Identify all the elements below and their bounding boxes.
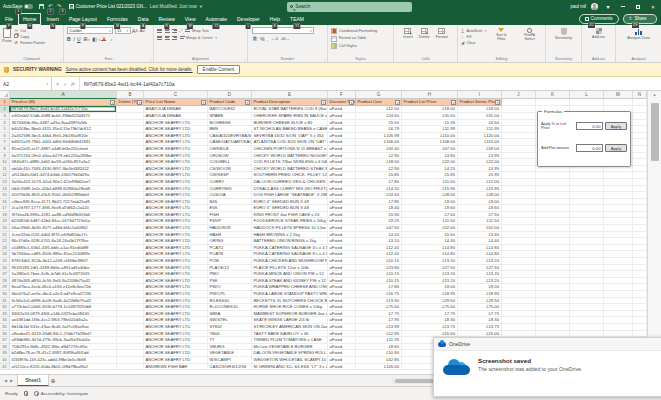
cell[interactable]: aFixed (328, 251, 356, 258)
cell[interactable]: £13.20 (458, 271, 502, 278)
cell[interactable] (633, 146, 647, 153)
cell[interactable] (536, 199, 570, 206)
cell[interactable]: £12.40 (356, 245, 402, 252)
cell[interactable]: £10.15 (356, 258, 402, 265)
cell[interactable]: PCM (208, 258, 252, 265)
cell[interactable]: R/LESS60 (208, 298, 252, 305)
cell[interactable]: £52.00 (402, 225, 458, 232)
cell[interactable]: ANCHOR SEAFRY LTD (144, 218, 208, 225)
cell[interactable]: 084fa87c-d880-4d02-ba59-a094c857a3a2 (10, 159, 117, 166)
cell[interactable]: ANCHOR SEAFRY LTD (144, 153, 208, 160)
cell[interactable]: ANCHOR SEAFRY LTD (144, 291, 208, 298)
cell[interactable] (604, 232, 633, 239)
cell[interactable]: £10.15 (356, 271, 402, 278)
cell[interactable]: aFixed (328, 271, 356, 278)
cell[interactable]: 4874a945-d850-4c55-9af5-8a2208b75a42 (10, 278, 117, 285)
filter-button[interactable]: ▾ (110, 100, 115, 105)
cell[interactable] (604, 212, 633, 219)
cell[interactable] (117, 357, 144, 364)
cell[interactable]: £14.80 (402, 251, 458, 258)
cell[interactable]: £22.00 (402, 159, 458, 166)
cell[interactable] (633, 179, 647, 186)
tab-team[interactable]: TEAMY1 (285, 13, 309, 25)
cell[interactable] (570, 291, 604, 298)
cell[interactable]: PUKKA CHICKEN AND MUSHROOM PIE x 12 (252, 258, 328, 265)
cell[interactable]: ANCHOR SEAFRY LTD (144, 324, 208, 331)
row-number[interactable]: 19 (0, 218, 10, 225)
cell[interactable] (570, 199, 604, 206)
cell[interactable]: aFixed (328, 172, 356, 179)
cell[interactable]: HASH (208, 232, 252, 239)
cell[interactable] (117, 245, 144, 252)
cell[interactable]: £12.00 (458, 179, 502, 186)
cell[interactable]: ANCHOR SEAFRY LTD (144, 258, 208, 265)
vertical-scrollbar[interactable]: ▲ (647, 91, 661, 374)
cell[interactable]: ANCHOR SEAFRY LTD (144, 126, 208, 133)
cell[interactable]: £7.75 (458, 311, 502, 318)
cell[interactable] (604, 271, 633, 278)
cell[interactable] (536, 192, 570, 199)
cell[interactable]: £14.80 (402, 245, 458, 252)
cell[interactable]: ANCHOR SEAFRY LTD (144, 251, 208, 258)
cell[interactable] (604, 186, 633, 193)
cell[interactable] (604, 311, 633, 318)
cell[interactable] (117, 265, 144, 272)
cell[interactable]: eb04c410-7583-4330-8f57-3bc9ef382022 (10, 166, 117, 173)
tab-automate[interactable]: AutomateY2 (201, 13, 232, 25)
cell[interactable]: DOG FISH LARGE "SEATRADE" X 28lb (252, 192, 328, 199)
cell[interactable] (117, 205, 144, 212)
cell[interactable]: £13.75 (402, 324, 458, 331)
sheet-nav-left-icon[interactable]: ◀ (4, 378, 7, 383)
cell[interactable] (502, 179, 536, 186)
cell[interactable]: £31.00 (402, 113, 458, 120)
shrink-font-button[interactable]: A˅ (140, 28, 145, 33)
cell[interactable] (570, 324, 604, 331)
cell[interactable] (536, 172, 570, 179)
cell[interactable]: £8.40 (356, 205, 402, 212)
font-color-button[interactable]: A▾ (102, 36, 112, 42)
cell[interactable]: CHICKY WORLD BATTERED NUGGETS x 1kg (252, 153, 328, 160)
column-header-A[interactable]: A (10, 91, 117, 99)
cell[interactable]: aFixed (328, 106, 356, 113)
row-number[interactable]: 23 (0, 245, 10, 252)
row-number[interactable]: 22 (0, 238, 10, 245)
cell[interactable]: £13.99 (356, 324, 402, 331)
cell[interactable]: ANCHOR SEAFRY LTD (144, 245, 208, 252)
cell[interactable]: aFixed (328, 179, 356, 186)
cell[interactable]: £27.50 (402, 265, 458, 272)
cell[interactable]: 87813d01-912b-4b12-a248-cf45fba99f07 (10, 258, 117, 265)
align-left-icon[interactable] (157, 36, 162, 40)
orientation-button[interactable]: ⤢ (180, 28, 183, 33)
row-number[interactable]: 12 (0, 172, 10, 179)
header-cell[interactable]: PriceList (M)▾ (10, 99, 117, 106)
autosum-button[interactable]: ∑AutoSum▾ (460, 28, 486, 33)
new-sheet-button[interactable]: ⊕ (49, 375, 57, 386)
cell[interactable] (633, 245, 647, 252)
cell[interactable]: HASH BROWNS x 2.5kg (252, 232, 328, 239)
cell[interactable]: ANCHOR SEAFRY LTD (144, 278, 208, 285)
cell[interactable]: ANCHOR SEAFRY LTD (144, 344, 208, 351)
cell[interactable] (536, 317, 570, 324)
search-input[interactable]: Search (287, 2, 412, 12)
row-number[interactable]: 37 (0, 337, 10, 344)
cell[interactable] (536, 271, 570, 278)
cell[interactable]: 2ca7d787-1777-46f5-9ee8-d7df62c2a020 (10, 205, 117, 212)
filter-button[interactable]: ▾ (137, 100, 142, 105)
cell[interactable] (570, 271, 604, 278)
cell[interactable]: £28.00 (458, 192, 502, 199)
cell[interactable]: SKATE WINGS LARGE 2/4 lb (252, 317, 328, 324)
cell[interactable]: ATLANTISA COD 8/24 SKIN ON "UAT" (N2) (252, 139, 328, 146)
cell[interactable]: PUKKA LARGE STANDUP PASTY WRAPPED x 12 (252, 291, 328, 298)
cell[interactable]: ANCHOR SEAFRY LTD (144, 133, 208, 140)
cell[interactable] (117, 139, 144, 146)
cell[interactable]: £10.15 (356, 278, 402, 285)
cell[interactable]: aFixed (328, 199, 356, 206)
row-number[interactable]: 28 (0, 278, 10, 285)
cell[interactable]: COD/BELL (208, 159, 252, 166)
row-number[interactable]: 33 (0, 311, 10, 318)
cell[interactable]: CHEROKEE SPARE RIBS IN SAUCE x 12 (252, 113, 328, 120)
cell[interactable]: £7.75 (402, 311, 458, 318)
cell[interactable]: DYNACLASS CURRY MIX (NO FRUIT) (252, 186, 328, 193)
cell[interactable] (570, 258, 604, 265)
cell[interactable]: ANCHOR SEAFRY LTD (144, 304, 208, 311)
